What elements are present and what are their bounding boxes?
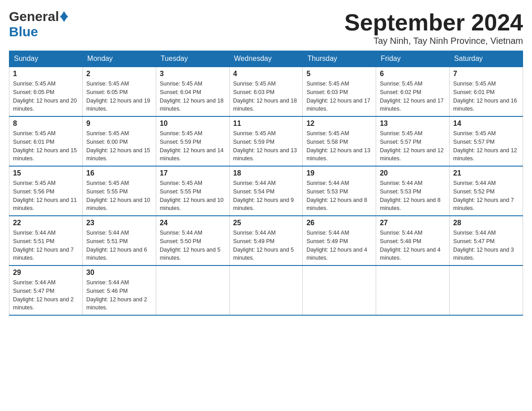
table-row: 13Sunrise: 5:45 AMSunset: 5:57 PMDayligh… [376,116,450,166]
day-number: 3 [160,70,226,78]
day-info: Sunrise: 5:44 AMSunset: 5:52 PMDaylight:… [453,179,519,213]
day-number: 17 [160,169,226,177]
day-number: 27 [380,219,446,227]
day-info: Sunrise: 5:44 AMSunset: 5:51 PMDaylight:… [13,229,79,262]
day-info: Sunrise: 5:45 AMSunset: 5:59 PMDaylight:… [160,129,226,163]
day-header-saturday: Saturday [450,51,523,67]
day-number: 13 [380,120,446,128]
table-row: 22Sunrise: 5:44 AMSunset: 5:51 PMDayligh… [9,216,83,265]
day-number: 22 [13,219,79,227]
day-info: Sunrise: 5:45 AMSunset: 6:01 PMDaylight:… [453,80,519,113]
calendar-table: SundayMondayTuesdayWednesdayThursdayFrid… [9,51,523,316]
day-number: 6 [380,70,446,78]
page-header: General Blue September 2024 Tay Ninh, Ta… [9,9,523,46]
day-number: 12 [306,120,372,128]
calendar-week-5: 29Sunrise: 5:44 AMSunset: 5:47 PMDayligh… [9,265,523,315]
table-row: 21Sunrise: 5:44 AMSunset: 5:52 PMDayligh… [450,166,523,216]
day-info: Sunrise: 5:45 AMSunset: 5:56 PMDaylight:… [13,179,79,213]
day-info: Sunrise: 5:45 AMSunset: 6:01 PMDaylight:… [13,129,79,163]
day-info: Sunrise: 5:45 AMSunset: 6:05 PMDaylight:… [13,80,79,113]
day-info: Sunrise: 5:44 AMSunset: 5:51 PMDaylight:… [86,229,152,262]
calendar-week-4: 22Sunrise: 5:44 AMSunset: 5:51 PMDayligh… [9,216,523,265]
day-number: 28 [453,219,519,227]
day-number: 19 [306,169,372,177]
table-row: 29Sunrise: 5:44 AMSunset: 5:47 PMDayligh… [9,265,83,315]
table-row: 20Sunrise: 5:44 AMSunset: 5:53 PMDayligh… [376,166,450,216]
day-info: Sunrise: 5:45 AMSunset: 5:55 PMDaylight:… [86,179,152,213]
day-header-friday: Friday [376,51,450,67]
day-info: Sunrise: 5:45 AMSunset: 5:57 PMDaylight:… [453,129,519,163]
month-title: September 2024 [344,9,523,36]
day-header-sunday: Sunday [9,51,83,67]
day-header-wednesday: Wednesday [229,51,303,67]
table-row: 12Sunrise: 5:45 AMSunset: 5:58 PMDayligh… [303,116,376,166]
day-info: Sunrise: 5:45 AMSunset: 5:55 PMDaylight:… [160,179,226,213]
day-number: 21 [453,169,519,177]
day-info: Sunrise: 5:45 AMSunset: 6:03 PMDaylight:… [233,80,299,113]
day-number: 30 [86,269,152,277]
table-row: 16Sunrise: 5:45 AMSunset: 5:55 PMDayligh… [82,166,156,216]
day-number: 9 [86,120,152,128]
table-row: 5Sunrise: 5:45 AMSunset: 6:03 PMDaylight… [303,67,376,116]
calendar-week-1: 1Sunrise: 5:45 AMSunset: 6:05 PMDaylight… [9,67,523,116]
table-row: 17Sunrise: 5:45 AMSunset: 5:55 PMDayligh… [156,166,229,216]
day-info: Sunrise: 5:45 AMSunset: 6:04 PMDaylight:… [160,80,226,113]
day-info: Sunrise: 5:45 AMSunset: 5:59 PMDaylight:… [233,129,299,163]
day-info: Sunrise: 5:44 AMSunset: 5:48 PMDaylight:… [380,229,446,262]
table-row: 26Sunrise: 5:44 AMSunset: 5:49 PMDayligh… [303,216,376,265]
calendar-week-3: 15Sunrise: 5:45 AMSunset: 5:56 PMDayligh… [9,166,523,216]
day-number: 16 [86,169,152,177]
day-number: 26 [306,219,372,227]
table-row: 7Sunrise: 5:45 AMSunset: 6:01 PMDaylight… [450,67,523,116]
table-row: 4Sunrise: 5:45 AMSunset: 6:03 PMDaylight… [229,67,303,116]
day-info: Sunrise: 5:44 AMSunset: 5:47 PMDaylight:… [13,278,79,312]
table-row: 25Sunrise: 5:44 AMSunset: 5:49 PMDayligh… [229,216,303,265]
table-row [450,265,523,315]
day-info: Sunrise: 5:45 AMSunset: 5:57 PMDaylight:… [380,129,446,163]
day-info: Sunrise: 5:44 AMSunset: 5:47 PMDaylight:… [453,229,519,262]
day-info: Sunrise: 5:45 AMSunset: 6:05 PMDaylight:… [86,80,152,113]
table-row [156,265,229,315]
table-row: 8Sunrise: 5:45 AMSunset: 6:01 PMDaylight… [9,116,83,166]
day-number: 29 [13,269,79,277]
logo-general-text: General [9,9,59,24]
table-row: 10Sunrise: 5:45 AMSunset: 5:59 PMDayligh… [156,116,229,166]
calendar-week-2: 8Sunrise: 5:45 AMSunset: 6:01 PMDaylight… [9,116,523,166]
day-info: Sunrise: 5:44 AMSunset: 5:46 PMDaylight:… [86,278,152,312]
location-title: Tay Ninh, Tay Ninh Province, Vietnam [344,36,523,46]
table-row: 19Sunrise: 5:44 AMSunset: 5:53 PMDayligh… [303,166,376,216]
table-row: 1Sunrise: 5:45 AMSunset: 6:05 PMDaylight… [9,67,83,116]
day-number: 1 [13,70,79,78]
calendar-header-row: SundayMondayTuesdayWednesdayThursdayFrid… [9,51,523,67]
day-number: 14 [453,120,519,128]
day-info: Sunrise: 5:44 AMSunset: 5:54 PMDaylight:… [233,179,299,213]
day-info: Sunrise: 5:45 AMSunset: 5:58 PMDaylight:… [306,129,372,163]
table-row: 3Sunrise: 5:45 AMSunset: 6:04 PMDaylight… [156,67,229,116]
table-row: 28Sunrise: 5:44 AMSunset: 5:47 PMDayligh… [450,216,523,265]
day-number: 4 [233,70,299,78]
day-header-thursday: Thursday [303,51,376,67]
day-number: 2 [86,70,152,78]
day-info: Sunrise: 5:44 AMSunset: 5:53 PMDaylight:… [306,179,372,213]
table-row: 2Sunrise: 5:45 AMSunset: 6:05 PMDaylight… [82,67,156,116]
day-info: Sunrise: 5:44 AMSunset: 5:49 PMDaylight:… [233,229,299,262]
day-info: Sunrise: 5:44 AMSunset: 5:49 PMDaylight:… [306,229,372,262]
table-row: 24Sunrise: 5:44 AMSunset: 5:50 PMDayligh… [156,216,229,265]
table-row: 9Sunrise: 5:45 AMSunset: 6:00 PMDaylight… [82,116,156,166]
table-row [376,265,450,315]
table-row: 27Sunrise: 5:44 AMSunset: 5:48 PMDayligh… [376,216,450,265]
day-info: Sunrise: 5:45 AMSunset: 6:02 PMDaylight:… [380,80,446,113]
day-info: Sunrise: 5:45 AMSunset: 6:03 PMDaylight:… [306,80,372,113]
table-row: 14Sunrise: 5:45 AMSunset: 5:57 PMDayligh… [450,116,523,166]
day-header-tuesday: Tuesday [156,51,229,67]
day-info: Sunrise: 5:44 AMSunset: 5:53 PMDaylight:… [380,179,446,213]
table-row: 15Sunrise: 5:45 AMSunset: 5:56 PMDayligh… [9,166,83,216]
day-info: Sunrise: 5:45 AMSunset: 6:00 PMDaylight:… [86,129,152,163]
day-info: Sunrise: 5:44 AMSunset: 5:50 PMDaylight:… [160,229,226,262]
table-row [229,265,303,315]
day-number: 15 [13,169,79,177]
table-row [303,265,376,315]
day-number: 10 [160,120,226,128]
day-number: 25 [233,219,299,227]
title-block: September 2024 Tay Ninh, Tay Ninh Provin… [344,9,523,46]
